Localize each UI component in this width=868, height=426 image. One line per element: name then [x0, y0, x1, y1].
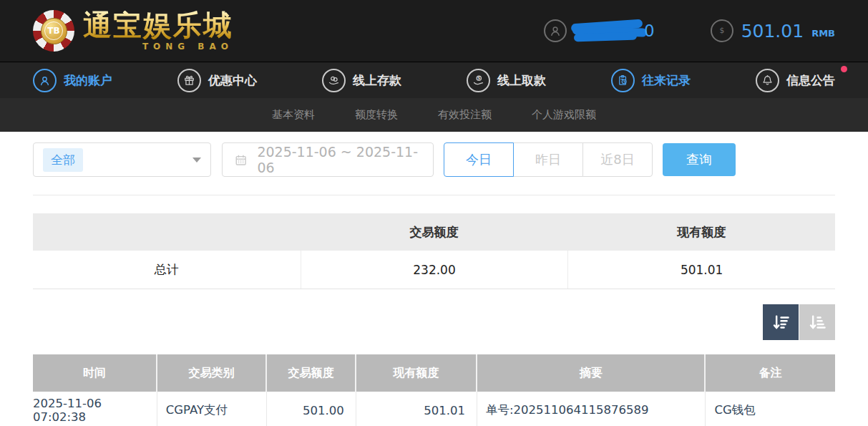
record-note: CG钱包	[706, 392, 834, 426]
record-summary: 单号:202511064115876589	[477, 392, 706, 426]
sort-descending-icon	[771, 312, 791, 332]
selected-type-tag: 全部	[43, 148, 83, 172]
site-title: 通宝娱乐城	[83, 11, 233, 39]
main-content: 全部 2025-11-06 ~ 2025-11-06 今日 昨日 近8日 查询 …	[33, 142, 835, 426]
poker-chip-logo-icon: TB	[33, 10, 74, 52]
records-header-row: 时间 交易类别 交易额度 现有额度 摘要 备注	[33, 354, 835, 392]
site-logo[interactable]: TB 通宝娱乐城 TONG BAO	[33, 10, 233, 52]
svg-text:$: $	[719, 26, 724, 35]
summary-transaction-amount: 232.00	[301, 251, 568, 289]
balance-currency: RMB	[811, 28, 835, 39]
calendar-icon	[234, 153, 248, 168]
nav-label: 我的账户	[64, 72, 112, 89]
records-header-type: 交易类别	[157, 354, 268, 392]
sub-nav: 基本资料 额度转换 有效投注额 个人游戏限额	[0, 98, 868, 132]
record-amount: 501.00	[267, 392, 356, 426]
quick-date-button-group: 今日 昨日 近8日	[444, 142, 653, 177]
nav-label: 往来记录	[642, 72, 691, 89]
records-header-amount: 交易额度	[267, 354, 356, 392]
notification-dot	[841, 66, 847, 72]
section-divider	[33, 195, 835, 195]
nav-label: 信息公告	[786, 72, 835, 89]
transaction-type-select[interactable]: 全部	[33, 142, 211, 177]
sort-ascending-icon	[807, 312, 827, 332]
record-type: CGPAY支付	[157, 392, 268, 426]
bell-icon	[756, 69, 779, 92]
user-account-chip[interactable]: 0	[544, 19, 655, 43]
main-nav: 我的账户 优惠中心 线上存款	[0, 62, 868, 98]
date-range-value: 2025-11-06 ~ 2025-11-06	[257, 144, 421, 175]
subnav-item-game-limits[interactable]: 个人游戏限额	[532, 108, 596, 122]
today-button[interactable]: 今日	[444, 142, 514, 177]
summary-total-label: 总计	[33, 251, 301, 289]
user-icon	[33, 69, 57, 92]
site-header: TB 通宝娱乐城 TONG BAO 0 $	[0, 0, 868, 62]
search-button[interactable]: 查询	[663, 143, 736, 176]
redacted-username-scribble	[571, 19, 647, 43]
logo-badge: TB	[44, 21, 63, 40]
nav-item-promotions[interactable]: 优惠中心	[177, 69, 257, 92]
summary-header-current-amount: 现有额度	[567, 213, 835, 251]
nav-label: 线上存款	[353, 72, 401, 89]
nav-item-deposit[interactable]: 线上存款	[322, 69, 401, 92]
svg-text:$: $	[477, 75, 480, 80]
records-header-balance: 现有额度	[356, 354, 477, 392]
sort-controls	[33, 304, 835, 340]
chevron-down-icon	[192, 158, 201, 163]
summary-table: 交易额度 现有额度 总计 232.00 501.01	[33, 213, 835, 289]
record-balance: 501.01	[356, 392, 477, 426]
record-time: 2025-11-06 07:02:38	[33, 392, 157, 426]
summary-header-row: 交易额度 现有额度	[33, 213, 835, 251]
subnav-item-valid-bets[interactable]: 有效投注额	[438, 108, 492, 122]
records-header-summary: 摘要	[477, 354, 706, 392]
summary-total-row: 总计 232.00 501.01	[33, 251, 835, 289]
subnav-item-quota-transfer[interactable]: 额度转换	[355, 108, 398, 122]
nav-item-transaction-records[interactable]: 往来记录	[611, 69, 691, 92]
table-row: 2025-11-06 07:02:38 CGPAY支付 501.00 501.0…	[33, 392, 835, 426]
records-icon	[611, 69, 635, 92]
summary-current-amount: 501.01	[567, 251, 835, 289]
site-subtitle: TONG BAO	[83, 42, 233, 52]
filter-bar: 全部 2025-11-06 ~ 2025-11-06 今日 昨日 近8日 查询	[33, 142, 835, 177]
sort-descending-button[interactable]	[763, 304, 799, 340]
nav-item-announcements[interactable]: 信息公告	[756, 69, 835, 92]
user-avatar-icon	[544, 19, 567, 42]
date-range-input[interactable]: 2025-11-06 ~ 2025-11-06	[222, 142, 434, 177]
records-table: 时间 交易类别 交易额度 现有额度 摘要 备注 2025-11-06 07:02…	[33, 354, 835, 426]
nav-item-my-account[interactable]: 我的账户	[33, 69, 112, 92]
wallet-balance[interactable]: $ 501.01 RMB	[711, 19, 835, 42]
subnav-item-basic-info[interactable]: 基本资料	[272, 108, 315, 122]
sort-ascending-button[interactable]	[799, 304, 835, 340]
dollar-icon: $	[711, 19, 733, 42]
withdraw-icon: $	[467, 69, 490, 92]
nav-label: 线上取款	[497, 72, 546, 89]
balance-amount: 501.01	[741, 21, 804, 42]
yesterday-button[interactable]: 昨日	[513, 142, 583, 177]
summary-header-transaction-amount: 交易额度	[301, 213, 568, 251]
summary-header-empty	[33, 213, 301, 251]
nav-item-withdraw[interactable]: $ 线上取款	[467, 69, 546, 92]
username-suffix: 0	[644, 21, 655, 40]
nav-label: 优惠中心	[208, 72, 257, 89]
gift-icon	[177, 69, 201, 92]
deposit-icon	[322, 69, 346, 92]
records-header-note: 备注	[706, 354, 834, 392]
records-header-time: 时间	[33, 354, 157, 392]
last-8-days-button[interactable]: 近8日	[582, 142, 653, 177]
